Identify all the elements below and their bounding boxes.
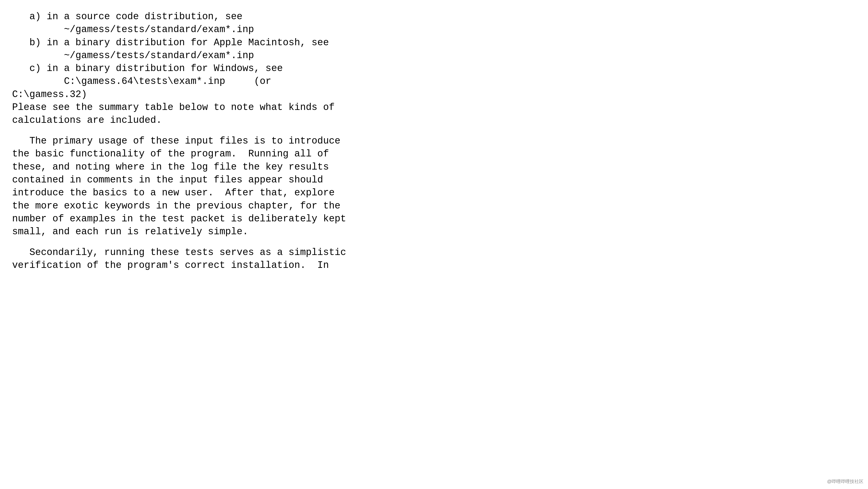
text-line: these, and noting where in the log file …	[12, 161, 350, 173]
text-line: number of examples in the test packet is…	[12, 212, 350, 225]
text-line: calculations are included.	[12, 114, 350, 126]
text-line: c) in a binary distribution for Windows,…	[12, 62, 350, 75]
text-line: ~/gamess/tests/standard/exam*.inp	[12, 23, 350, 36]
text-line: the basic functionality of the program. …	[12, 147, 350, 160]
text-line: small, and each run is relatively simple…	[12, 225, 350, 238]
text-line	[12, 238, 350, 246]
text-line: ~/gamess/tests/standard/exam*.inp	[12, 49, 350, 62]
text-line: the more exotic keywords in the previous…	[12, 199, 350, 212]
text-line: verification of the program's correct in…	[12, 259, 350, 272]
text-line: C:\gamess.64\tests\exam*.inp (or C:\game…	[12, 75, 350, 101]
text-line: Secondarily, running these tests serves …	[12, 246, 350, 259]
text-line: b) in a binary distribution for Apple Ma…	[12, 36, 350, 49]
text-line: The primary usage of these input files i…	[12, 135, 350, 147]
main-content: a) in a source code distribution, see ~/…	[12, 10, 350, 272]
text-line	[12, 127, 350, 135]
text-line: Please see the summary table below to no…	[12, 101, 350, 114]
text-line: introduce the basics to a new user. Afte…	[12, 186, 350, 199]
text-line: contained in comments in the input files…	[12, 173, 350, 186]
text-line: a) in a source code distribution, see	[12, 10, 350, 23]
